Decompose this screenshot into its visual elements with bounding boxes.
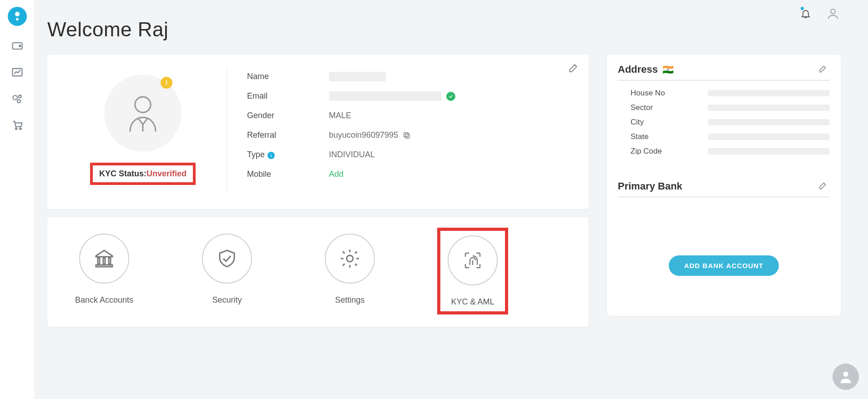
zip-value <box>708 148 830 155</box>
svg-point-6 <box>18 95 21 98</box>
name-value: R <box>329 72 386 81</box>
settings-action[interactable]: Settings <box>320 234 379 309</box>
gear-icon <box>325 234 375 284</box>
house-no-value <box>708 90 830 96</box>
svg-rect-15 <box>103 258 105 264</box>
app-logo[interactable] <box>8 7 27 26</box>
fingerprint-icon <box>448 235 498 285</box>
edit-bank-button[interactable] <box>818 180 830 192</box>
referral-label: Referral <box>247 130 329 140</box>
page-title: Welcome Raj <box>47 18 841 41</box>
house-no-label: House No <box>631 89 708 98</box>
svg-point-8 <box>15 128 17 130</box>
svg-point-11 <box>135 97 151 112</box>
referral-value: buyucoin96097995 <box>329 130 398 140</box>
divider <box>227 68 227 191</box>
shield-icon <box>202 234 252 284</box>
bank-icon <box>79 234 129 284</box>
zip-label: Zip Code <box>631 147 708 156</box>
svg-rect-17 <box>96 265 112 267</box>
svg-point-19 <box>843 372 848 377</box>
email-value: r 4@gmail.com <box>329 91 442 101</box>
svg-point-18 <box>347 255 353 262</box>
add-bank-account-button[interactable]: ADD BANK ACCOUNT <box>669 255 779 276</box>
kyc-status-label: KYC Status: <box>99 169 146 178</box>
settings-label: Settings <box>335 295 364 305</box>
support-chat-button[interactable] <box>833 364 859 390</box>
city-value <box>708 119 830 125</box>
address-bank-card: Address 🇮🇳 House No Sector City State Zi… <box>607 55 841 316</box>
copy-icon[interactable] <box>403 131 411 140</box>
svg-point-9 <box>20 128 21 130</box>
svg-point-5 <box>13 95 17 100</box>
gender-value: MALE <box>329 111 351 120</box>
kyc-status-value: Unverified <box>146 169 187 178</box>
sector-value <box>708 105 830 111</box>
actions-card: Banck Accounts Security Settings <box>47 217 589 327</box>
svg-point-7 <box>17 100 20 103</box>
info-icon[interactable]: i <box>267 152 275 159</box>
sidebar <box>0 0 34 399</box>
state-label: State <box>631 132 708 141</box>
svg-rect-14 <box>98 258 100 264</box>
svg-rect-16 <box>109 258 111 264</box>
security-action[interactable]: Security <box>197 234 257 309</box>
verified-check-icon <box>446 92 455 101</box>
bank-accounts-label: Banck Accounts <box>75 295 133 305</box>
india-flag-icon: 🇮🇳 <box>662 64 674 75</box>
edit-address-button[interactable] <box>818 64 830 75</box>
address-title: Address <box>618 64 658 75</box>
svg-rect-13 <box>404 133 408 137</box>
state-value <box>708 134 830 140</box>
wallet-icon[interactable] <box>11 40 24 52</box>
bubbles-icon[interactable] <box>11 92 24 105</box>
security-label: Security <box>212 295 242 305</box>
svg-point-0 <box>15 12 20 16</box>
bank-accounts-action[interactable]: Banck Accounts <box>75 234 134 309</box>
kyc-status: KYC Status:Unverified <box>90 163 196 185</box>
svg-rect-12 <box>405 134 409 138</box>
mobile-label: Mobile <box>247 170 329 179</box>
svg-point-3 <box>19 45 20 46</box>
add-mobile-link[interactable]: Add <box>329 170 343 179</box>
type-label: Typei <box>247 150 329 160</box>
cart-icon[interactable] <box>11 119 24 131</box>
kyc-aml-label: KYC & AML <box>451 297 494 307</box>
primary-bank-title: Primary Bank <box>618 180 682 192</box>
kyc-aml-action[interactable]: KYC & AML <box>443 234 502 309</box>
city-label: City <box>631 118 708 127</box>
type-value: INDIVIDUAL <box>329 150 375 160</box>
chart-icon[interactable] <box>11 66 24 79</box>
profile-card: ! KYC Status:Unverified Name R Email <box>47 55 589 209</box>
sector-label: Sector <box>631 103 708 112</box>
warning-badge-icon: ! <box>161 77 172 89</box>
email-label: Email <box>247 91 329 101</box>
edit-profile-button[interactable] <box>568 62 580 74</box>
name-label: Name <box>247 72 329 81</box>
gender-label: Gender <box>247 111 329 120</box>
svg-point-1 <box>16 18 19 21</box>
avatar: ! <box>104 75 182 152</box>
